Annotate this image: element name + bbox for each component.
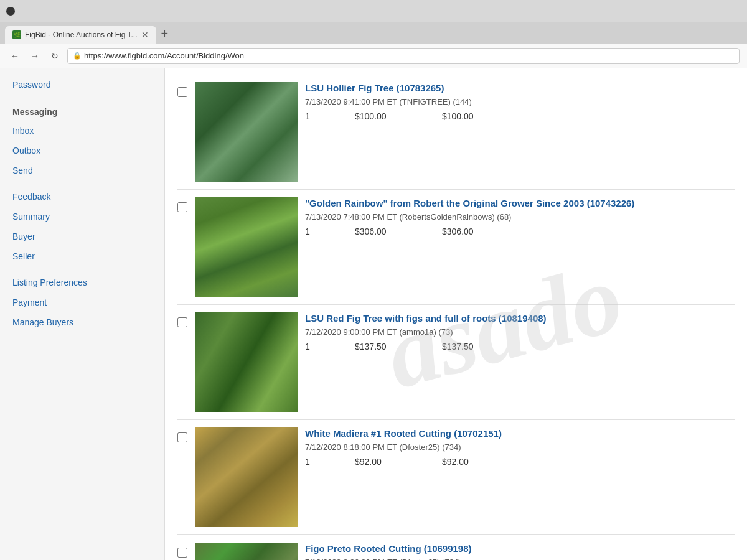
browser-frame: 🌿 FigBid - Online Auctions of Fig T... ✕…: [0, 0, 747, 560]
item-meta-0: 7/13/2020 9:41:00 PM ET (TNFIGTREE) (144…: [305, 97, 735, 106]
item-pricing-2: 1 $137.50 $137.50: [305, 342, 735, 352]
item-title-2[interactable]: LSU Red Fig Tree with figs and full of r…: [305, 312, 735, 325]
tab-close-button[interactable]: ✕: [141, 30, 149, 40]
item-pricing-1: 1 $306.00 $306.00: [305, 226, 735, 236]
item-total-3: $92.00: [442, 457, 492, 467]
item-pricing-0: 1 $100.00 $100.00: [305, 111, 735, 121]
item-qty-3: 1: [305, 457, 317, 467]
nav-bar: ← → ↻ 🔒 https://www.figbid.com/Account/B…: [0, 44, 747, 68]
sidebar-item-send[interactable]: Send: [0, 161, 164, 180]
item-image-1: [195, 197, 298, 297]
sidebar-divider-1: [0, 95, 164, 101]
title-bar: [0, 0, 747, 22]
sidebar-item-seller[interactable]: Seller: [0, 246, 164, 266]
tab-favicon: 🌿: [12, 30, 21, 39]
item-details-0: LSU Hollier Fig Tree (10783265) 7/13/202…: [305, 82, 735, 121]
page-content: Password Messaging Inbox Outbox Send Fee…: [0, 68, 747, 560]
refresh-button[interactable]: ↻: [47, 49, 62, 63]
auction-item: White Madiera #1 Rooted Cutting (1070215…: [177, 420, 735, 535]
auction-item: Figo Preto Rooted Cutting (10699198) 7/1…: [177, 535, 735, 560]
item-details-2: LSU Red Fig Tree with figs and full of r…: [305, 312, 735, 352]
item-image-0: [195, 82, 298, 182]
auction-item: "Golden Rainbow" from Robert the Origina…: [177, 190, 735, 305]
item-total-2: $137.50: [442, 342, 492, 352]
auction-item: LSU Red Fig Tree with figs and full of r…: [177, 305, 735, 420]
tab-bar: 🌿 FigBid - Online Auctions of Fig T... ✕…: [0, 22, 747, 44]
auction-item: LSU Hollier Fig Tree (10783265) 7/13/202…: [177, 75, 735, 190]
item-price-0: $100.00: [355, 111, 405, 121]
item-qty-1: 1: [305, 226, 317, 236]
sidebar-messaging-header: Messaging: [0, 101, 164, 121]
window-controls: [6, 7, 15, 16]
item-qty-2: 1: [305, 342, 317, 352]
item-total-0: $100.00: [442, 111, 492, 121]
lock-icon: 🔒: [73, 52, 82, 60]
main-content: asado LSU Hollier Fig Tree (10783265) 7/…: [165, 68, 747, 560]
item-title-1[interactable]: "Golden Rainbow" from Robert the Origina…: [305, 197, 735, 210]
sidebar-divider-3: [0, 266, 164, 273]
new-tab-button[interactable]: +: [156, 24, 174, 44]
item-pricing-3: 1 $92.00 $92.00: [305, 457, 735, 467]
address-bar[interactable]: 🔒 https://www.figbid.com/Account/Bidding…: [67, 48, 740, 64]
sidebar-item-feedback[interactable]: Feedback: [0, 187, 164, 207]
item-price-1: $306.00: [355, 226, 405, 236]
item-meta-2: 7/12/2020 9:00:00 PM ET (ammo1a) (73): [305, 327, 735, 337]
back-button[interactable]: ←: [7, 49, 22, 63]
sidebar-item-password[interactable]: Password: [0, 75, 164, 95]
items-container: LSU Hollier Fig Tree (10783265) 7/13/202…: [177, 75, 735, 560]
item-qty-0: 1: [305, 111, 317, 121]
forward-button[interactable]: →: [27, 49, 42, 63]
sidebar-item-outbox[interactable]: Outbox: [0, 141, 164, 161]
tab-title: FigBid - Online Auctions of Fig T...: [25, 30, 138, 39]
sidebar: Password Messaging Inbox Outbox Send Fee…: [0, 68, 165, 560]
sidebar-item-summary[interactable]: Summary: [0, 207, 164, 226]
item-checkbox-2[interactable]: [177, 317, 187, 327]
item-checkbox-3[interactable]: [177, 432, 187, 442]
item-details-3: White Madiera #1 Rooted Cutting (1070215…: [305, 427, 735, 467]
item-title-4[interactable]: Figo Preto Rooted Cutting (10699198): [305, 543, 735, 555]
sidebar-item-buyer[interactable]: Buyer: [0, 226, 164, 246]
item-image-3: [195, 427, 298, 527]
sidebar-item-manage-buyers[interactable]: Manage Buyers: [0, 312, 164, 332]
item-checkbox-0[interactable]: [177, 87, 187, 97]
sidebar-divider-2: [0, 180, 164, 187]
item-checkbox-4[interactable]: [177, 548, 187, 558]
url-text: https://www.figbid.com/Account/Bidding/W…: [84, 51, 244, 60]
item-image-4: [195, 543, 298, 560]
item-details-4: Figo Preto Rooted Cutting (10699198) 7/1…: [305, 543, 735, 560]
item-meta-1: 7/13/2020 7:48:00 PM ET (RobertsGoldenRa…: [305, 212, 735, 222]
item-price-2: $137.50: [355, 342, 405, 352]
sidebar-item-payment[interactable]: Payment: [0, 292, 164, 312]
item-meta-4: 7/12/2020 8:06:00 PM ET (Dfoster25) (734…: [305, 558, 735, 561]
sidebar-item-inbox[interactable]: Inbox: [0, 121, 164, 141]
item-price-3: $92.00: [355, 457, 405, 467]
item-details-1: "Golden Rainbow" from Robert the Origina…: [305, 197, 735, 236]
item-total-1: $306.00: [442, 226, 492, 236]
active-tab[interactable]: 🌿 FigBid - Online Auctions of Fig T... ✕: [5, 26, 156, 44]
sidebar-item-listing-prefs[interactable]: Listing Preferences: [0, 273, 164, 292]
item-title-0[interactable]: LSU Hollier Fig Tree (10783265): [305, 82, 735, 95]
item-meta-3: 7/12/2020 8:18:00 PM ET (Dfoster25) (734…: [305, 442, 735, 452]
item-checkbox-1[interactable]: [177, 202, 187, 212]
item-title-3[interactable]: White Madiera #1 Rooted Cutting (1070215…: [305, 427, 735, 440]
item-image-2: [195, 312, 298, 412]
